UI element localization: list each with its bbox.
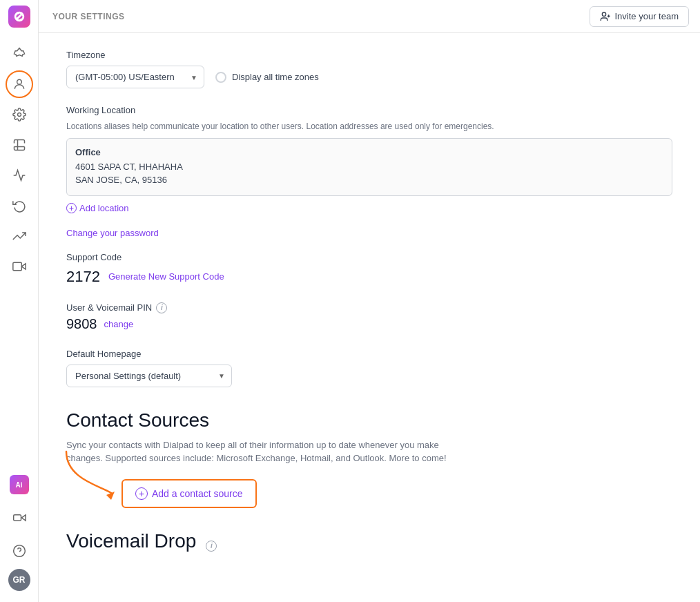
- support-code-value: 2172: [66, 268, 100, 286]
- location-address-line2: SAN JOSE, CA, 95136: [75, 173, 663, 187]
- homepage-select[interactable]: Personal Settings (default): [66, 365, 232, 387]
- main-area: YOUR SETTINGS Invite your team Timezone …: [39, 0, 700, 602]
- sidebar-item-puzzle[interactable]: [6, 131, 33, 159]
- homepage-label: Default Homepage: [66, 349, 672, 359]
- voicemail-drop-section: Voicemail Drop i: [66, 530, 672, 559]
- app-logo[interactable]: [8, 6, 30, 28]
- pin-section: User & Voicemail PIN i 9808 change: [66, 302, 672, 332]
- homepage-select-wrapper: Personal Settings (default) ▼: [66, 365, 232, 387]
- voicemail-info-icon[interactable]: i: [206, 541, 217, 552]
- display-all-timezones-row: Display all time zones: [215, 72, 319, 83]
- sidebar-item-video-cam[interactable]: [6, 504, 33, 532]
- pin-change-link[interactable]: change: [104, 319, 134, 329]
- display-all-timezones-radio[interactable]: [215, 72, 226, 83]
- location-name: Office: [75, 147, 663, 157]
- timezone-label: Timezone: [66, 50, 672, 60]
- invite-icon: [600, 11, 611, 22]
- svg-rect-3: [12, 262, 21, 271]
- timezone-select[interactable]: (GMT-05:00) US/Eastern: [66, 66, 204, 88]
- homepage-section: Default Homepage Personal Settings (defa…: [66, 349, 672, 387]
- page-title: YOUR SETTINGS: [52, 12, 125, 21]
- timezone-select-wrapper: (GMT-05:00) US/Eastern ▼: [66, 66, 204, 88]
- svg-point-0: [17, 79, 21, 84]
- sidebar-item-gear[interactable]: [6, 101, 33, 128]
- sidebar-item-help[interactable]: [6, 537, 33, 565]
- svg-rect-4: [13, 515, 21, 521]
- contact-sources-heading: Contact Sources: [66, 409, 672, 431]
- add-contact-plus-icon: +: [135, 487, 148, 500]
- settings-content: Timezone (GMT-05:00) US/Eastern ▼ Displa…: [39, 33, 700, 602]
- support-code-label: Support Code: [66, 252, 672, 262]
- support-code-section: Support Code 2172 Generate New Support C…: [66, 252, 672, 286]
- invite-button-label: Invite your team: [615, 11, 679, 21]
- sidebar-item-trending[interactable]: [6, 222, 33, 250]
- contact-sources-section: Contact Sources Sync your contacts with …: [66, 409, 672, 508]
- svg-point-8: [602, 12, 605, 16]
- pin-info-icon[interactable]: i: [156, 302, 167, 313]
- sidebar: Ai GR: [0, 0, 39, 602]
- invite-team-button[interactable]: Invite your team: [590, 6, 690, 27]
- add-location-link[interactable]: + Add location: [66, 203, 129, 213]
- add-location-label: Add location: [79, 203, 129, 213]
- sidebar-item-video[interactable]: [6, 253, 33, 280]
- change-password-link[interactable]: Change your password: [66, 228, 672, 238]
- pin-value: 9808: [66, 316, 97, 332]
- working-location-label: Working Location: [66, 105, 672, 115]
- svg-marker-5: [21, 515, 26, 521]
- location-hint: Locations aliases help communicate your …: [66, 121, 672, 133]
- sidebar-item-ai[interactable]: Ai: [6, 471, 33, 498]
- page-header: YOUR SETTINGS Invite your team: [39, 0, 700, 33]
- add-contact-container: + Add a contact source: [121, 479, 257, 508]
- add-location-plus-icon: +: [66, 203, 77, 213]
- svg-point-1: [17, 113, 21, 117]
- pin-label: User & Voicemail PIN: [66, 302, 152, 313]
- voicemail-drop-heading: Voicemail Drop: [66, 530, 196, 552]
- sidebar-item-person[interactable]: [6, 70, 33, 98]
- sidebar-item-activity[interactable]: [6, 162, 33, 189]
- voicemail-heading-row: Voicemail Drop i: [66, 530, 672, 559]
- sidebar-item-rocket[interactable]: [6, 40, 33, 68]
- pin-label-row: User & Voicemail PIN i: [66, 302, 672, 313]
- sidebar-item-history[interactable]: [6, 192, 33, 220]
- working-location-section: Working Location Locations aliases help …: [66, 105, 672, 214]
- timezone-row: (GMT-05:00) US/Eastern ▼ Display all tim…: [66, 66, 672, 88]
- svg-marker-2: [21, 264, 26, 269]
- location-address-line1: 4601 SAPA CT, HHAHAHA: [75, 160, 663, 174]
- support-code-row: 2172 Generate New Support Code: [66, 268, 672, 286]
- generate-support-code-link[interactable]: Generate New Support Code: [108, 271, 224, 282]
- location-box: Office 4601 SAPA CT, HHAHAHA SAN JOSE, C…: [66, 138, 672, 196]
- add-contact-button-label: Add a contact source: [152, 488, 243, 499]
- pin-row: 9808 change: [66, 316, 672, 332]
- orange-arrow-annotation: [59, 445, 128, 500]
- user-avatar[interactable]: GR: [8, 569, 30, 591]
- add-contact-source-button[interactable]: + Add a contact source: [121, 479, 257, 508]
- svg-point-6: [13, 545, 25, 557]
- display-all-timezones-label: Display all time zones: [232, 72, 319, 82]
